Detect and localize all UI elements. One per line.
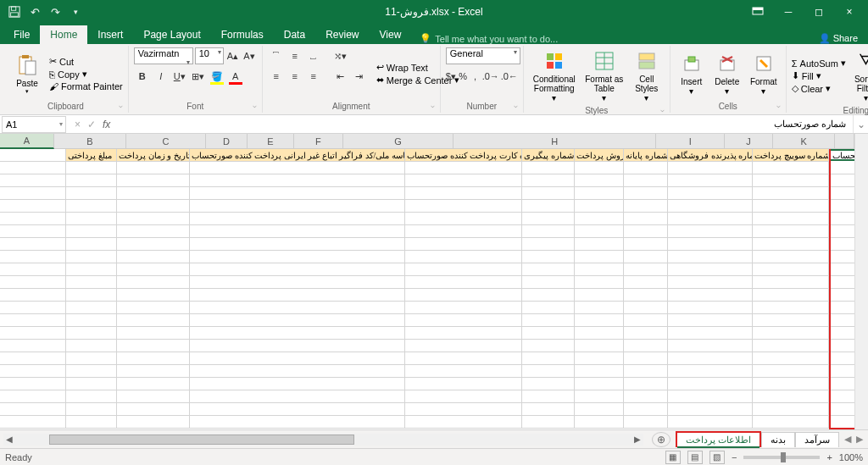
new-sheet-button[interactable]: ⊕ [652,432,670,447]
cell-C2[interactable] [668,162,753,174]
cell-A5[interactable] [829,200,854,213]
cell-B5[interactable] [753,200,829,213]
cell-F13[interactable] [522,302,575,314]
cell-J22[interactable] [66,416,117,429]
cell-J9[interactable] [66,251,117,263]
cell-I13[interactable] [117,302,190,314]
cell-H5[interactable] [190,200,405,213]
tab-data[interactable]: Data [274,25,315,44]
cell-B4[interactable] [753,187,829,200]
cell-I7[interactable] [117,225,190,238]
align-bottom-icon[interactable]: ⎵ [305,47,322,64]
cell-C9[interactable] [668,251,753,263]
cell-C21[interactable] [668,403,753,416]
cell-K5[interactable] [0,200,66,213]
cell-B6[interactable] [753,213,829,225]
cell-E10[interactable] [575,263,624,276]
cell-I15[interactable] [117,327,190,340]
cell-B8[interactable] [753,238,829,251]
cell-K4[interactable] [0,187,66,200]
cell-B7[interactable] [753,225,829,238]
cell-F2[interactable] [522,162,575,174]
currency-icon[interactable]: $▾ [446,68,456,85]
cell-J20[interactable] [66,390,117,403]
cell-K12[interactable] [0,289,66,302]
tab-view[interactable]: View [370,25,412,44]
cell-J8[interactable] [66,238,117,251]
decrease-decimal-icon[interactable]: .0← [501,68,518,85]
cell-H6[interactable] [190,213,405,225]
cell-A7[interactable] [829,225,854,238]
cell-D20[interactable] [624,390,668,403]
cell-K13[interactable] [0,302,66,314]
hscroll-thumb[interactable] [49,435,354,445]
cell-J3[interactable] [66,174,117,187]
cut-button[interactable]: ✂Cut [49,56,123,67]
cell-G8[interactable] [405,238,522,251]
cell-I1[interactable]: تاریخ و زمان پرداخت [117,149,190,162]
cell-E12[interactable] [575,289,624,302]
increase-indent-icon[interactable]: ⇥ [351,68,368,85]
cell-A17[interactable] [829,352,854,365]
tab-file[interactable]: File [3,25,40,44]
delete-cells-button[interactable]: Delete▾ [711,47,743,100]
cell-E9[interactable] [575,251,624,263]
cell-B9[interactable] [753,251,829,263]
decrease-indent-icon[interactable]: ⇤ [332,68,349,85]
cell-E11[interactable] [575,276,624,289]
cell-E7[interactable] [575,225,624,238]
cell-H19[interactable] [190,378,405,390]
ribbon-options-icon[interactable] [744,3,771,21]
cell-E2[interactable] [575,162,624,174]
column-header-A[interactable]: A [0,134,54,149]
cell-C8[interactable] [668,238,753,251]
cell-J18[interactable] [66,365,117,378]
tab-nav-next-icon[interactable]: ▶ [856,434,863,445]
cell-G2[interactable] [405,162,522,174]
cell-A4[interactable] [829,187,854,200]
cell-E1[interactable]: روش پرداخت [575,149,624,162]
tab-home[interactable]: Home [40,25,87,44]
cell-G5[interactable] [405,200,522,213]
cell-A22[interactable] [829,416,854,429]
share-button[interactable]: 👤 Share [819,33,858,44]
cell-A18[interactable] [829,365,854,378]
tab-review[interactable]: Review [315,25,369,44]
cell-H12[interactable] [190,289,405,302]
cell-G20[interactable] [405,390,522,403]
align-top-icon[interactable]: ⎴ [268,47,285,64]
cell-B21[interactable] [753,403,829,416]
format-painter-button[interactable]: 🖌Format Painter [49,81,123,91]
cell-F17[interactable] [522,352,575,365]
cell-I18[interactable] [117,365,190,378]
tab-insert[interactable]: Insert [87,25,133,44]
zoom-in-icon[interactable]: + [826,452,832,462]
cell-G18[interactable] [405,365,522,378]
cell-D8[interactable] [624,238,668,251]
cell-I20[interactable] [117,390,190,403]
cell-H22[interactable] [190,416,405,429]
conditional-formatting-button[interactable]: Conditional Formatting▾ [529,47,580,104]
cell-D14[interactable] [624,314,668,327]
cell-D15[interactable] [624,327,668,340]
cell-B18[interactable] [753,365,829,378]
cell-G4[interactable] [405,187,522,200]
tell-me-search[interactable]: 💡Tell me what you want to do... [420,33,558,44]
cell-J2[interactable] [66,162,117,174]
clear-button[interactable]: ◇Clear ▾ [792,83,846,94]
cell-K7[interactable] [0,225,66,238]
cell-B17[interactable] [753,352,829,365]
column-header-J[interactable]: J [725,134,773,149]
cell-A11[interactable] [829,276,854,289]
cell-H3[interactable] [190,174,405,187]
cell-H21[interactable] [190,403,405,416]
cell-B14[interactable] [753,314,829,327]
cell-C17[interactable] [668,352,753,365]
cell-C14[interactable] [668,314,753,327]
cell-D22[interactable] [624,416,668,429]
cell-D7[interactable] [624,225,668,238]
cell-E4[interactable] [575,187,624,200]
cell-G6[interactable] [405,213,522,225]
cell-J5[interactable] [66,200,117,213]
cell-C16[interactable] [668,340,753,352]
